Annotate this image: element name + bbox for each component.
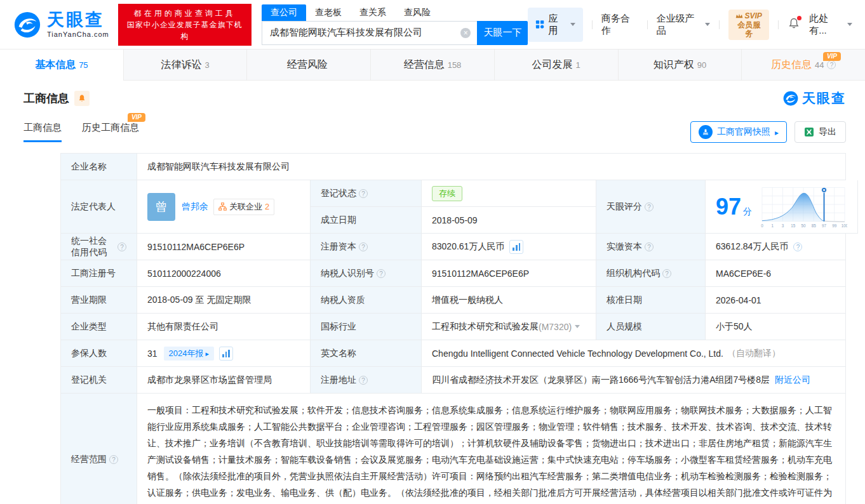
company-type-label: 企业类型 [61,314,137,340]
snapshot-label: 工商官网快照 [717,126,770,138]
search-area: 查公司 查老板 查关系 查风险 天眼一下 [262,4,528,45]
tianyancha-logo[interactable]: 天眼查 TianYanCha.com [13,10,109,39]
nav-enterprise-products[interactable]: 企业级产品 [657,13,711,37]
svg-text:99: 99 [832,223,837,227]
divider [719,20,720,29]
stamp-icon [699,125,713,139]
registry-value: 成都市龙泉驿区市场监督管理局 [137,367,311,394]
export-label: 导出 [819,126,836,138]
nav-cooperation[interactable]: 商务合作 [601,13,638,37]
table-row: 工商注册号 510112000224006 纳税人识别号 91510112MA6… [61,260,846,287]
taxpayer-id-value: 91510112MA6CEP6E6P [422,260,596,287]
tab-company-development[interactable]: 公司发展 1 [494,50,618,80]
address-value: 四川省成都经济技术开发区（龙泉驿区）南一路1666号汽车智创活力港A组团7号楼8… [422,367,846,394]
svip-sub-label: 会员服务 [734,20,763,38]
help-icon[interactable] [109,455,118,464]
business-term-label: 营业期限 [61,287,137,314]
org-chart-icon [218,202,227,211]
subscribe-bell-button[interactable] [74,91,90,106]
legal-rep-link[interactable]: 曾邦余 [182,201,208,213]
svip-member-service[interactable]: SVIP 会员服务 [728,10,769,40]
help-icon[interactable] [359,242,368,251]
crown-icon [735,13,743,19]
industry-label: 国标行业 [311,314,422,340]
reg-capital-value: 83020.61万人民币 [422,234,596,260]
search-button[interactable]: 天眼一下 [477,21,528,45]
reg-number-value: 510112000224006 [137,260,311,287]
search-row: 天眼一下 [262,21,528,45]
svg-text:1: 1 [771,223,774,227]
taxpayer-id-label: 纳税人识别号 [311,260,422,287]
score-number: 97分 [716,194,752,220]
vip-badge: VIP [128,113,145,122]
related-companies-badge[interactable]: 关联企业 2 [213,199,274,215]
tab-label: 知识产权 [654,58,694,72]
tab-business-info[interactable]: 经营信息 158 [370,50,494,80]
legal-rep-avatar[interactable]: 曾 [147,193,175,221]
status-badge: 存续 [432,186,462,201]
help-icon[interactable] [117,242,126,251]
reg-status-label: 登记状态 [311,180,422,207]
help-icon[interactable] [645,202,654,211]
related-label: 关联企业 [229,201,262,213]
search-tab-boss[interactable]: 查老板 [306,4,351,21]
tab-intellectual-property[interactable]: 知识产权 90 [618,50,742,80]
insured-value: 31 2024年报 [137,340,311,367]
notification-bell[interactable] [788,17,800,32]
svg-text:50: 50 [801,223,807,227]
help-icon[interactable] [377,269,386,278]
search-input[interactable] [262,21,477,45]
search-tab-company[interactable]: 查公司 [262,4,306,21]
tianyancha-logo-icon [782,90,799,107]
help-icon[interactable] [827,60,836,69]
reg-number-label: 工商注册号 [61,260,137,287]
business-scope-value: 一般项目：工程和技术研究和试验发展；软件开发；信息技术咨询服务；信息系统集成服务… [137,394,846,504]
divider [647,20,648,29]
search-tab-risk[interactable]: 查风险 [395,4,439,21]
help-icon[interactable] [359,189,368,198]
tab-label: 经营信息 [404,58,445,72]
logo-text: 天眼查 TianYanCha.com [47,11,109,38]
uscc-value: 91510112MA6CEP6E6P [137,234,311,260]
search-input-wrap [262,21,477,45]
svip-label: SVIP [744,11,761,20]
apps-menu[interactable]: 应用 [528,8,583,42]
help-icon[interactable] [662,269,671,278]
insured-trend-chart-button[interactable] [219,347,233,361]
main-content: 工商信息 天眼查 工商信息 VIP [0,81,865,504]
tab-history-info[interactable]: VIP 历史信息 44 [741,50,865,80]
tab-label: 历史信息 [771,58,812,72]
table-row: 参保人数 31 2024年报 英文名称 Chengdu Intelligent … [61,340,846,367]
nav-more[interactable]: 此处有... [809,13,852,37]
table-row: 登记机关 成都市龙泉驿区市场监督管理局 注册地址 四川省成都经济技术开发区（龙泉… [61,367,846,394]
slogan-line1: 都在用的商业查询工具 [124,8,245,19]
tab-operation-risk[interactable]: 经营风险 [246,50,370,80]
tab-legal-proceedings[interactable]: 法律诉讼 3 [123,50,247,80]
chevron-down-icon[interactable] [575,325,580,328]
table-row: 营业期限 2018-05-09 至 无固定期限 纳税人资质 增值税一般纳税人 核… [61,287,846,314]
tab-label: 公司发展 [532,58,573,72]
slogan-line2: 国家中小企业发展子基金旗下机构 [124,19,245,42]
tab-basic-info[interactable]: 基本信息 75 [0,50,123,81]
tianyancha-logo-icon [13,10,42,39]
annual-report-badge[interactable]: 2024年报 [164,347,214,361]
subtab-history-registration[interactable]: VIP 历史工商信息 [82,122,139,142]
tab-count: 75 [79,60,88,70]
tab-count: 3 [205,60,209,70]
subtab-business-registration[interactable]: 工商信息 [23,122,62,142]
search-tab-relation[interactable]: 查关系 [351,4,395,21]
page-tab-bar: 基本信息 75 法律诉讼 3 经营风险 经营信息 158 公司发展 1 知识产权… [0,50,865,81]
score-distribution-chart: 0 1 3 15 50 85 97 99 100 [760,185,847,229]
industry-value: 工程和技术研究和试验发展(M7320) [422,314,596,340]
nearby-companies-link[interactable]: 附近公司 [775,375,810,386]
clear-icon[interactable] [460,28,471,38]
divider [778,20,779,29]
help-icon[interactable] [645,242,654,251]
help-icon[interactable] [359,376,368,385]
capital-trend-chart-button[interactable] [509,240,523,254]
help-icon[interactable] [793,242,802,251]
enterprise-label: 企业级产品 [657,13,702,37]
svg-text:0: 0 [761,223,763,227]
official-snapshot-button[interactable]: 工商官网快照 [690,121,787,143]
export-button[interactable]: 导出 [795,121,846,143]
